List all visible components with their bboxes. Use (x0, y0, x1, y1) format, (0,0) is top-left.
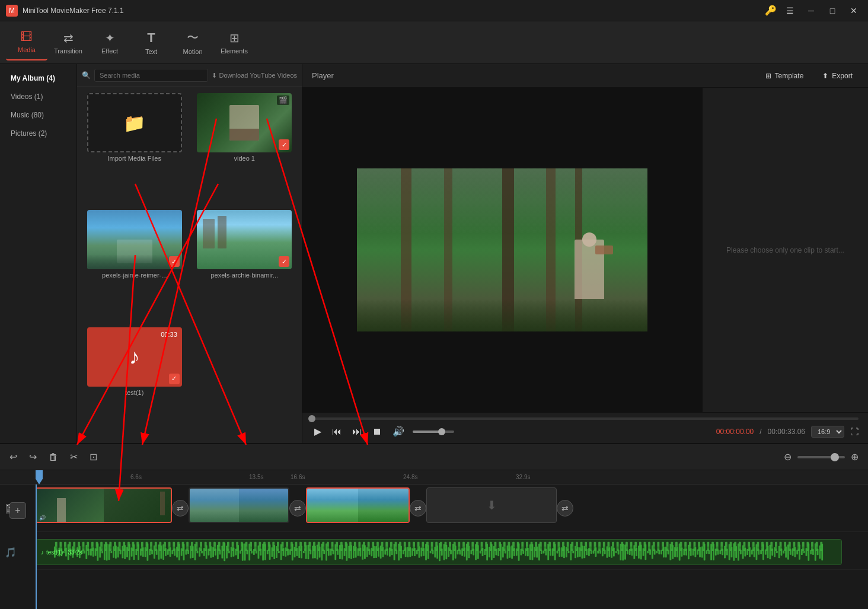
next-frame-button[interactable]: ⏭ (350, 425, 364, 438)
ratio-select[interactable]: 16:9 9:16 1:1 4:3 (811, 426, 844, 438)
media-item-import[interactable]: 📁 Import Media Files (83, 93, 186, 203)
music-note-small: ♪ (41, 549, 44, 556)
volume-handle[interactable] (438, 428, 445, 435)
cut-button[interactable]: ✂ (68, 449, 80, 465)
svg-rect-166 (416, 550, 418, 554)
download-youtube-button[interactable]: ⬇ Download YouTube Videos (212, 72, 298, 79)
svg-rect-235 (572, 551, 574, 554)
svg-rect-178 (443, 544, 445, 560)
zoom-handle[interactable] (831, 453, 839, 461)
svg-rect-278 (669, 544, 671, 560)
redo-button[interactable]: ↪ (27, 449, 39, 465)
volume-slider[interactable] (413, 431, 454, 433)
media-item-pexels2[interactable]: ✓ pexels-archie-binamir... (193, 210, 296, 320)
svg-rect-39 (129, 544, 130, 560)
progress-bar[interactable] (312, 417, 859, 420)
svg-rect-90 (244, 544, 246, 561)
svg-rect-294 (706, 550, 708, 554)
svg-rect-25 (97, 543, 98, 561)
svg-rect-301 (722, 549, 723, 556)
svg-rect-242 (588, 548, 590, 556)
clip-2[interactable] (189, 487, 289, 523)
pexels1-thumb: ✓ (87, 210, 182, 269)
clip-1[interactable]: 🔊 (36, 487, 172, 523)
svg-rect-209 (513, 548, 515, 556)
maximize-button[interactable]: □ (824, 2, 841, 19)
tab-effect[interactable]: ✦ Effect (89, 25, 130, 60)
crop-button[interactable]: ⊡ (87, 449, 100, 465)
delete-button[interactable]: 🗑 (46, 449, 60, 465)
media-item-music[interactable]: ♪ 00:33 ✓ test(1) (83, 327, 186, 437)
tab-motion[interactable]: 〜 Motion (172, 25, 213, 60)
svg-rect-36 (122, 546, 123, 559)
svg-rect-248 (602, 548, 604, 556)
template-button[interactable]: ⊞ Template (760, 69, 810, 82)
svg-rect-149 (378, 547, 379, 557)
svg-rect-163 (409, 547, 411, 557)
prev-frame-button[interactable]: ⏮ (330, 425, 344, 438)
minimize-button[interactable]: ─ (803, 2, 819, 19)
timeline: ↩ ↪ 🗑 ✂ ⊡ ⊖ ⊕ 0s 6.6s 13.5s 16. (0, 443, 868, 609)
key-icon: 🔑 (765, 5, 777, 16)
svg-rect-199 (491, 544, 493, 560)
svg-rect-80 (221, 546, 223, 559)
svg-rect-72 (203, 548, 205, 556)
svg-rect-164 (411, 549, 413, 556)
zoom-in-button[interactable]: ⊕ (848, 449, 861, 465)
fullscreen-button[interactable]: ⛶ (850, 427, 859, 436)
media-item-video1[interactable]: 🎬 ✓ video 1 (193, 93, 296, 203)
svg-rect-19 (84, 550, 85, 553)
tab-media[interactable]: 🎞 Media (6, 25, 47, 60)
player-panel: Player ⊞ Template ⬆ Export (302, 64, 868, 443)
volume-button[interactable]: 🔊 (390, 425, 407, 438)
sidebar-item-videos[interactable]: Videos (1) (2, 88, 74, 106)
transition-btn-4[interactable]: ⇄ (557, 500, 573, 516)
search-input[interactable] (94, 69, 208, 82)
svg-rect-344 (819, 546, 821, 559)
close-button[interactable]: ✕ (845, 2, 862, 19)
add-track-button[interactable]: + (9, 502, 26, 519)
svg-rect-283 (681, 547, 683, 557)
svg-rect-102 (271, 547, 273, 557)
svg-rect-101 (269, 544, 271, 560)
svg-rect-132 (339, 545, 341, 559)
svg-rect-82 (226, 546, 228, 558)
svg-rect-105 (278, 551, 280, 553)
undo-button[interactable]: ↩ (7, 449, 20, 465)
transition-btn-2[interactable]: ⇄ (289, 500, 306, 516)
sidebar-item-music[interactable]: Music (80) (2, 106, 74, 124)
svg-rect-33 (115, 546, 117, 559)
menu-button[interactable]: ☰ (781, 2, 798, 19)
transition-btn-3[interactable]: ⇄ (410, 500, 426, 516)
tab-elements[interactable]: ⊞ Elements (213, 25, 255, 60)
export-button[interactable]: ⬆ Export (816, 69, 859, 82)
media-item-pexels1[interactable]: ✓ pexels-jaime-reimer-... (83, 210, 186, 320)
progress-handle[interactable] (308, 415, 315, 422)
pexels2-label: pexels-archie-binamir... (210, 272, 278, 279)
content-row: My Album (4) Videos (1) Music (80) Pictu… (0, 64, 868, 609)
clip1-audio-indicator: 🔊 (39, 515, 46, 521)
svg-rect-217 (532, 544, 534, 560)
import-box[interactable]: 📁 (87, 93, 182, 152)
svg-rect-250 (607, 546, 608, 557)
svg-rect-84 (231, 547, 232, 557)
svg-rect-134 (344, 548, 346, 556)
zoom-slider[interactable] (797, 456, 845, 458)
svg-rect-342 (815, 543, 816, 560)
clip-placeholder[interactable]: ⬇ (426, 487, 557, 523)
tab-text[interactable]: T Text (130, 25, 172, 60)
play-button[interactable]: ▶ (312, 425, 324, 438)
sidebar-item-my-album[interactable]: My Album (4) (2, 69, 74, 87)
sidebar-item-pictures[interactable]: Pictures (2) (2, 125, 74, 142)
transition-icon: ⇄ (63, 31, 74, 45)
svg-rect-275 (663, 547, 665, 557)
clip3-image (307, 489, 409, 522)
tab-transition[interactable]: ⇄ Transition (47, 25, 89, 60)
transition-btn-1[interactable]: ⇄ (172, 500, 189, 516)
clip-3[interactable] (306, 487, 410, 523)
svg-rect-304 (729, 544, 730, 560)
svg-rect-306 (733, 543, 735, 560)
zoom-out-button[interactable]: ⊖ (781, 449, 794, 465)
audio-clip[interactable]: // Generate waveform bars via inline SVG… (36, 539, 842, 565)
stop-button[interactable]: ⏹ (370, 425, 384, 438)
